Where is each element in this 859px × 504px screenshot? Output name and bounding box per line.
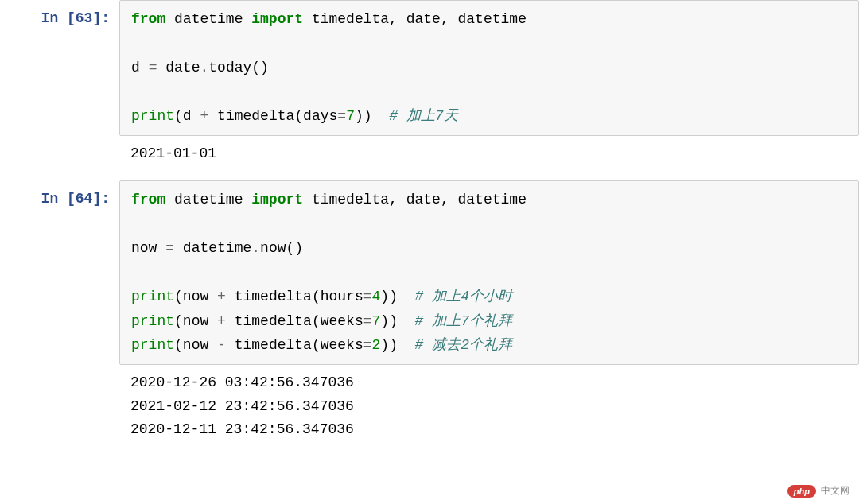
code-cell: In [63]: from datetime import timedelta,… [0,0,859,136]
output-prompt-spacer [0,136,119,180]
input-prompt: In [64]: [0,180,119,365]
code-input[interactable]: from datetime import timedelta, date, da… [119,180,859,365]
code-input[interactable]: from datetime import timedelta, date, da… [119,0,859,136]
code-cell: In [64]: from datetime import timedelta,… [0,180,859,365]
output-row: 2021-01-01 [0,136,859,180]
cell-output: 2021-01-01 [119,136,227,180]
input-prompt: In [63]: [0,0,119,136]
output-prompt-spacer [0,365,119,456]
cell-output: 2020-12-26 03:42:56.347036 2021-02-12 23… [119,365,365,456]
output-row: 2020-12-26 03:42:56.347036 2021-02-12 23… [0,365,859,456]
